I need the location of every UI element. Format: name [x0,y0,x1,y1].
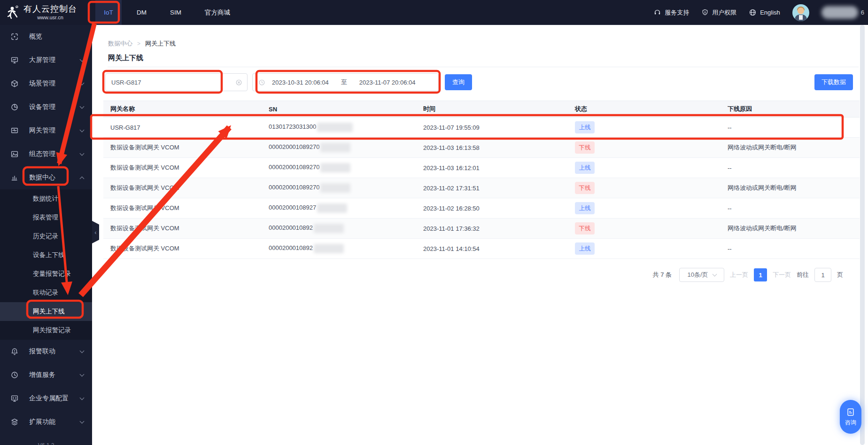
sidebar-subitem-history[interactable]: 历史记录 [0,227,92,246]
cell-gateway-name: USR-G817 [103,117,262,138]
sidebar-item-enterprise-config[interactable]: 企业专属配置 [0,387,92,410]
tab-sim[interactable]: SIM [162,0,190,25]
query-button[interactable]: 查询 [445,74,472,90]
sidebar-item-overview[interactable]: 概览 [0,25,92,48]
alarm-icon [10,347,19,356]
table-row: 数据设备测试网关 VCOM 000020001089270 2023-11-02… [103,178,860,198]
gateway-icon [10,126,19,135]
goto-page-input[interactable] [814,268,831,282]
chevron-down-icon [80,81,85,86]
app: 有人云控制台 www.usr.cn IoT DM SIM 官方商城 服务支持 用… [0,0,868,445]
sidebar-item-label: 数据中心 [29,173,80,182]
avatar[interactable] [792,4,809,21]
clear-input-icon[interactable] [235,79,242,86]
sidebar-subitem-linkage-record[interactable]: 联动记录 [0,283,92,302]
cell-status: 上线 [568,158,721,178]
clock-icon [258,79,265,86]
sidebar-collapse-handle[interactable]: ‹ [92,221,99,243]
sidebar-item-screen-mgmt[interactable]: 大屏管理 [0,48,92,72]
document-icon [846,407,855,417]
sidebar-item-alarm-linkage[interactable]: 报警联动 [0,340,92,363]
sidebar-subitem-gateway-online-offline[interactable]: 网关上下线 [0,302,92,321]
sidebar-item-label: 场景管理 [29,79,80,88]
download-data-button[interactable]: 下载数据 [814,74,853,90]
chevron-down-icon [80,419,85,424]
page-size-select[interactable]: 10条/页 [679,268,724,282]
status-badge: 上线 [575,202,595,214]
goto-label: 前往 [797,271,809,279]
sidebar-item-extensions[interactable]: 扩展功能 [0,410,92,434]
brand: 有人云控制台 www.usr.cn [0,0,92,25]
breadcrumb-parent[interactable]: 数据中心 [108,39,132,48]
chevron-down-icon [80,128,85,133]
sidebar-item-config-mgmt[interactable]: 组态管理 [0,142,92,166]
sidebar-item-scene-mgmt[interactable]: 场景管理 [0,72,92,95]
tab-shop[interactable]: 官方商城 [196,0,239,25]
sidebar-item-data-center[interactable]: 数据中心 [0,166,92,189]
sidebar-subitem-data-statistics[interactable]: 数据统计 [0,189,92,208]
redaction-blur [320,163,350,172]
cell-gateway-name: 数据设备测试网关 VCOM [103,239,262,259]
username-hint: 6 [861,9,864,16]
cell-time: 2023-11-02 16:28:50 [416,198,568,219]
cell-reason: -- [721,198,860,219]
tab-iot[interactable]: IoT [95,0,122,25]
gateway-search-input[interactable] [106,79,235,86]
chevron-down-icon [80,104,85,109]
sidebar-subitem-variable-alarm[interactable]: 变量报警记录 [0,265,92,283]
sidebar-item-value-added[interactable]: 增值服务 [0,363,92,387]
page-number-1[interactable]: 1 [754,268,767,281]
cell-time: 2023-11-01 14:10:54 [416,239,568,259]
table-row: 数据设备测试网关 VCOM 000020001089270 2023-11-03… [103,158,860,178]
sidebar-item-label: 组态管理 [29,150,80,158]
permission-link[interactable]: 用户权限 [701,8,736,17]
cell-sn: 01301723031300 [262,117,416,138]
table-row: 数据设备测试网关 VCOM 0000200010892 2023-11-01 1… [103,219,860,239]
support-link[interactable]: 服务支持 [653,8,689,17]
status-badge: 下线 [575,182,595,194]
sidebar-item-device-mgmt[interactable]: 设备管理 [0,95,92,119]
chevron-up-icon [80,176,85,181]
cube-icon [10,79,19,88]
cell-status: 下线 [568,178,721,198]
sidebar-subitem-device-online-offline[interactable]: 设备上下线 [0,246,92,265]
redaction-blur [320,143,350,152]
prev-page-button[interactable]: 上一页 [730,271,748,279]
language-switch[interactable]: English [749,8,780,16]
layers-icon [10,418,19,426]
date-end[interactable]: 2023-11-07 20:06:04 [359,79,416,86]
date-start[interactable]: 2023-10-31 20:06:04 [272,79,329,86]
cell-sn: 000020001089270 [262,138,416,158]
next-page-button[interactable]: 下一页 [773,271,791,279]
sidebar-item-gateway-mgmt[interactable]: 网关管理 [0,119,92,142]
main-content: 数据中心 > 网关上下线 网关上下线 2023-10-31 20:06:04 至… [92,25,861,445]
cell-gateway-name: 数据设备测试网关 VCOM [103,198,262,219]
status-badge: 上线 [575,242,595,255]
col-sn: SN [262,101,416,117]
breadcrumb-separator: > [137,40,140,47]
divider [108,67,859,67]
breadcrumb: 数据中心 > 网关上下线 [108,39,176,48]
image-icon [10,150,19,158]
tab-dm[interactable]: DM [128,0,155,25]
top-navbar: 有人云控制台 www.usr.cn IoT DM SIM 官方商城 服务支持 用… [0,0,868,25]
cell-reason: 网络波动或网关断电/断网 [721,219,860,239]
redaction-blur [314,244,344,253]
cell-sn: 0000200010892 [262,219,416,239]
brand-url: www.usr.cn [37,15,63,20]
clock-icon [10,371,19,379]
pie-chart-icon [10,103,19,111]
gateway-search-box [105,73,248,91]
globe-icon [749,8,757,16]
page-scrollbar[interactable] [860,25,865,445]
table-row: 数据设备测试网关 VCOM 0000200010892 2023-11-01 1… [103,239,860,259]
sidebar-item-label: 大屏管理 [29,56,80,64]
redaction-blur [317,203,347,213]
consult-float-button[interactable]: 咨询 [840,400,861,434]
cell-gateway-name: 数据设备测试网关 VCOM [103,178,262,198]
monitor-code-icon [10,394,19,403]
date-range-picker[interactable]: 2023-10-31 20:06:04 至 2023-11-07 20:06:0… [252,73,439,91]
page-size-value: 10条/页 [687,271,708,279]
sidebar-subitem-report-mgmt[interactable]: 报表管理 [0,208,92,227]
sidebar-subitem-gateway-alarm[interactable]: 网关报警记录 [0,321,92,340]
